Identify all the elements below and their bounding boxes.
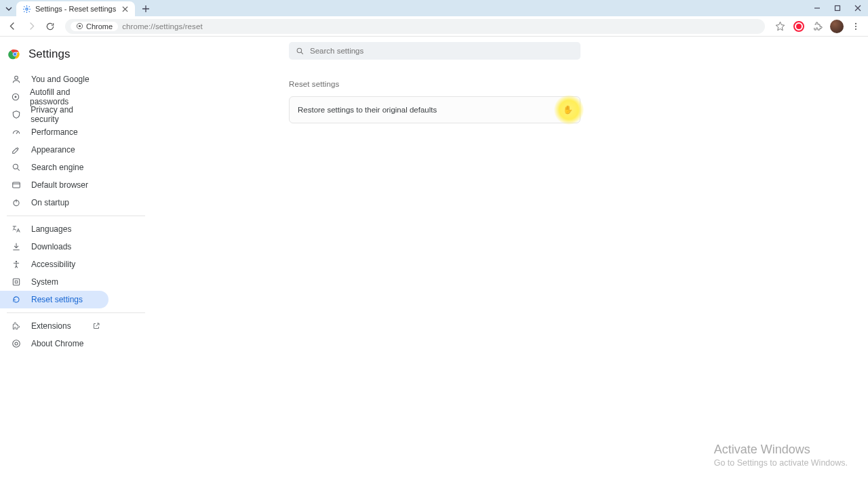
sidebar-item-appearance[interactable]: Appearance (0, 141, 108, 159)
sidebar-item-search-engine[interactable]: Search engine (0, 159, 108, 176)
svg-rect-17 (13, 279, 19, 285)
bookmark-star-icon[interactable] (772, 18, 788, 35)
chrome-chip-icon (76, 22, 83, 30)
sidebar-item-label: Appearance (31, 145, 75, 155)
svg-rect-18 (15, 281, 18, 283)
svg-rect-14 (13, 182, 20, 188)
opera-extension-icon[interactable] (791, 18, 807, 35)
svg-point-21 (297, 48, 302, 53)
sidebar-item-system[interactable]: System (0, 273, 108, 291)
sidebar-item-autofill[interactable]: Autofill and passwords (0, 88, 108, 106)
sidebar-item-label: Default browser (31, 180, 88, 190)
settings-title: Settings (28, 47, 70, 61)
search-icon (296, 47, 304, 56)
svg-point-5 (855, 25, 856, 26)
sidebar-item-performance[interactable]: Performance (0, 123, 108, 141)
nav-forward-button[interactable] (23, 18, 39, 35)
svg-point-12 (15, 96, 17, 98)
new-tab-button[interactable] (139, 2, 153, 16)
browser-toolbar: Chrome chrome://settings/reset (0, 16, 868, 37)
svg-point-0 (25, 7, 27, 9)
palette-icon (11, 144, 22, 155)
profile-avatar[interactable] (830, 20, 844, 33)
svg-point-19 (13, 340, 20, 348)
sidebar-item-downloads[interactable]: Downloads (0, 238, 108, 256)
nav-separator (7, 312, 145, 313)
sidebar-item-accessibility[interactable]: Accessibility (0, 256, 108, 273)
browser-tab-active[interactable]: Settings - Reset settings (16, 1, 135, 16)
sidebar-item-label: About Chrome (31, 339, 83, 348)
settings-content: Reset settings Restore settings to their… (156, 37, 868, 488)
sidebar-item-label: Performance (31, 127, 78, 137)
speedometer-icon (11, 127, 22, 138)
omnibox[interactable]: Chrome chrome://settings/reset (65, 19, 765, 34)
chrome-outline-icon (11, 338, 22, 349)
svg-point-16 (16, 261, 17, 262)
nav-reload-button[interactable] (42, 18, 58, 35)
settings-search[interactable] (289, 42, 580, 60)
extensions-puzzle-icon[interactable] (810, 18, 826, 35)
svg-point-6 (855, 28, 856, 30)
svg-point-20 (15, 342, 18, 345)
sidebar-item-label: Extensions (31, 321, 71, 331)
omnibox-origin-chip: Chrome (71, 22, 118, 31)
reset-settings-section: Reset settings Restore settings to their… (289, 80, 580, 123)
sidebar-item-default-browser[interactable]: Default browser (0, 176, 108, 194)
nav-separator (7, 216, 145, 216)
restore-defaults-label: Restore settings to their original defau… (298, 106, 437, 114)
settings-search-input[interactable] (310, 47, 574, 55)
sidebar-item-privacy[interactable]: Privacy and security (0, 106, 108, 123)
browser-menu-button[interactable] (848, 18, 864, 35)
sidebar-item-extensions[interactable]: Extensions (0, 317, 108, 335)
sidebar-item-label: Accessibility (31, 260, 75, 269)
reset-icon (11, 294, 22, 305)
sidebar-item-label: Autofill and passwords (30, 87, 100, 106)
download-icon (11, 241, 22, 252)
chrome-logo-icon (8, 47, 22, 61)
window-maximize-button[interactable] (827, 0, 848, 16)
nav-group-footer: Extensions About Chrome (0, 317, 156, 352)
svg-point-3 (79, 25, 81, 27)
sidebar-item-label: System (31, 277, 58, 287)
system-icon (11, 277, 22, 287)
accessibility-icon (11, 259, 22, 270)
puzzle-icon (11, 321, 22, 331)
omnibox-url: chrome://settings/reset (122, 22, 203, 30)
sidebar-item-you-and-google[interactable]: You and Google (0, 70, 108, 88)
tab-strip: Settings - Reset settings (0, 0, 868, 16)
svg-point-4 (855, 22, 856, 24)
sidebar-item-label: Privacy and security (31, 105, 100, 124)
shield-icon (11, 109, 21, 120)
omnibox-chip-label: Chrome (86, 22, 113, 30)
section-title: Reset settings (289, 80, 580, 88)
settings-app: Settings You and Google Autofill and pas… (0, 37, 868, 488)
autofill-icon (11, 92, 20, 102)
window-controls (807, 0, 868, 16)
settings-header: Settings (0, 45, 156, 70)
sidebar-item-about-chrome[interactable]: About Chrome (0, 335, 108, 352)
nav-group-primary: You and Google Autofill and passwords Pr… (0, 70, 156, 211)
tab-title: Settings - Reset settings (35, 5, 116, 13)
nav-back-button[interactable] (4, 18, 20, 35)
sidebar-item-on-startup[interactable]: On startup (0, 194, 108, 211)
translate-icon (11, 224, 22, 235)
svg-point-13 (13, 164, 18, 169)
sidebar-item-label: Reset settings (31, 295, 83, 304)
settings-sidebar: Settings You and Google Autofill and pas… (0, 37, 156, 488)
tab-close-button[interactable] (120, 4, 130, 14)
settings-favicon-icon (22, 4, 31, 14)
sidebar-item-label: You and Google (31, 75, 90, 84)
browser-window-icon (11, 180, 22, 190)
tab-search-dropdown[interactable] (3, 3, 15, 15)
window-close-button[interactable] (848, 0, 868, 16)
sidebar-item-label: On startup (31, 198, 69, 207)
sidebar-item-languages[interactable]: Languages (0, 220, 108, 238)
sidebar-item-label: Downloads (31, 242, 71, 251)
external-link-icon (92, 322, 100, 330)
search-icon (11, 162, 22, 173)
window-minimize-button[interactable] (807, 0, 827, 16)
restore-defaults-row[interactable]: Restore settings to their original defau… (289, 96, 580, 123)
sidebar-item-reset-settings[interactable]: Reset settings (0, 291, 108, 308)
nav-group-secondary: Languages Downloads Accessibility System… (0, 220, 156, 308)
svg-point-10 (15, 76, 18, 79)
